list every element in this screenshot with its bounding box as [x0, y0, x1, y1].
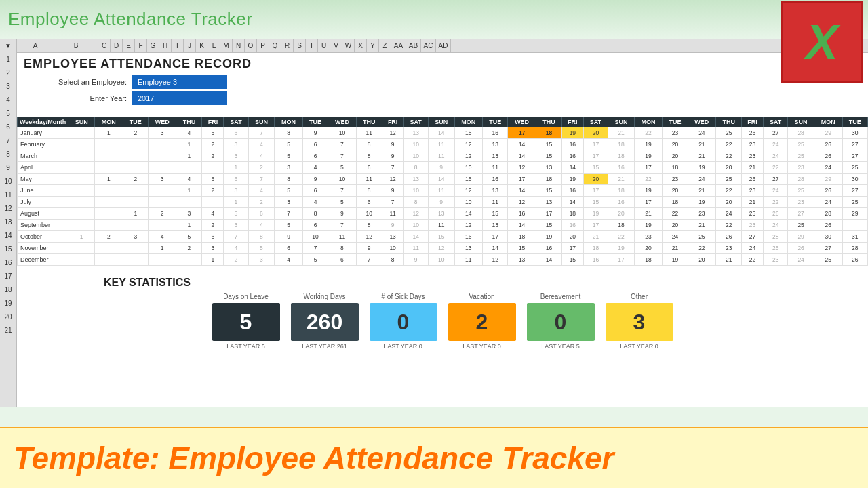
jan-d6: 5	[202, 127, 224, 139]
row-5: 5	[0, 107, 16, 121]
jan-d27: 26	[742, 127, 764, 139]
weekday-month-header: Weekday/Month	[18, 117, 68, 127]
col-ac: AC	[421, 39, 436, 52]
col-m: M	[220, 39, 233, 52]
column-headers: ▼ A B C D E F G H I J K L M N O P Q R S …	[0, 39, 868, 53]
col-p: P	[257, 39, 269, 52]
row-12: 12	[0, 202, 16, 216]
calendar-container: Weekday/Month SUN MON TUE WED THU FRI SA…	[17, 117, 868, 266]
jan-d1	[68, 127, 95, 139]
bottom-banner: Template: Employee Attendance Tracker	[0, 427, 868, 488]
working-days-last-year: LAST YEAR 261	[302, 343, 347, 350]
jan-d24: 23	[663, 127, 688, 139]
jan-d10: 9	[302, 127, 328, 139]
wh-wed1: WED	[148, 117, 176, 127]
calendar-header-row: Weekday/Month SUN MON TUE WED THU FRI SA…	[18, 117, 868, 127]
stat-days-on-leave: Days on Leave 5 LAST YEAR 5	[212, 293, 280, 350]
jan-d18: 17	[508, 127, 536, 139]
col-d: D	[111, 39, 123, 52]
july-row: July 1 2 3 4 5 6	[18, 197, 868, 208]
jan-d21: 20	[583, 127, 608, 139]
col-b: B	[54, 39, 98, 52]
stat-working-days: Working Days 260 LAST YEAR 261	[291, 293, 359, 350]
row-numbers: 1 2 3 4 5 6 7 8 9 10 11 12 13 14 15 16 1…	[0, 53, 17, 407]
select-employee-row: Select an Employee: Employee 3	[17, 75, 868, 89]
row-17: 17	[0, 270, 16, 283]
wh-sun2: SUN	[248, 117, 275, 127]
other-value: 3	[606, 303, 673, 341]
col-f: F	[135, 39, 147, 52]
june-row: June 1 2 3 4 5 6 7 8	[18, 185, 868, 197]
wh-fri2: FRI	[382, 117, 403, 127]
other-label: Other	[631, 293, 648, 300]
wh-thu4: THU	[716, 117, 742, 127]
jan-d11: 10	[328, 127, 357, 139]
wh-fri4: FRI	[742, 117, 764, 127]
row-18: 18	[0, 283, 16, 297]
employee-select-input[interactable]: Employee 3	[132, 75, 227, 89]
september-row: September 1 2 3 4 5 6 7 8	[18, 220, 868, 231]
wh-tue5: TUE	[842, 117, 867, 127]
jan-d15: 14	[428, 127, 454, 139]
col-w: W	[342, 39, 355, 52]
corner-cell: ▼	[0, 39, 17, 53]
jan-d20: 19	[561, 127, 583, 139]
row-13: 13	[0, 216, 16, 229]
jan-d16: 15	[454, 127, 483, 139]
row-2: 2	[0, 66, 16, 80]
jan-d22: 21	[608, 127, 635, 139]
title-row: EMPLOYEE ATTENDANCE RECORD	[17, 53, 868, 75]
year-input[interactable]: 2017	[132, 92, 227, 105]
vacation-label: Vacation	[469, 293, 494, 300]
jan-d19: 18	[536, 127, 561, 139]
row-14: 14	[0, 229, 16, 243]
stat-vacation: Vacation 2 LAST YEAR 0	[448, 293, 516, 350]
bereavement-value: 0	[527, 303, 595, 341]
wh-fri3: FRI	[561, 117, 583, 127]
wh-sat2: SAT	[403, 117, 428, 127]
col-t: T	[306, 39, 318, 52]
jan-d7: 6	[224, 127, 248, 139]
row-9: 9	[0, 161, 16, 175]
col-l: L	[208, 39, 220, 52]
enter-year-row: Enter Year: 2017	[17, 91, 868, 106]
col-o: O	[245, 39, 257, 52]
rows-area: 1 2 3 4 5 6 7 8 9 10 11 12 13 14 15 16 1…	[0, 53, 868, 407]
bereavement-label: Bereavement	[540, 293, 580, 300]
col-aa: AA	[391, 39, 406, 52]
wh-sat1: SAT	[224, 117, 248, 127]
row-6: 6	[0, 121, 16, 134]
row-3: 3	[0, 80, 16, 94]
row-19: 19	[0, 297, 16, 310]
jan-d9: 8	[275, 127, 303, 139]
row-4: 4	[0, 94, 16, 107]
wh-tue2: TUE	[302, 117, 328, 127]
october-row: October 1 2 3 4 5 6 7 8 9 10 11	[18, 231, 868, 243]
jan-d2: 1	[95, 127, 123, 139]
wh-sun5: SUN	[788, 117, 814, 127]
jan-d14: 13	[403, 127, 428, 139]
wh-thu3: THU	[536, 117, 561, 127]
january-row: January 1 2 3 4 5 6 7 8 9 10 11	[18, 127, 868, 139]
row-20: 20	[0, 310, 16, 324]
key-stats-title: KEY STATISTICS	[22, 277, 863, 289]
row-16: 16	[0, 256, 16, 270]
calendar-body: January 1 2 3 4 5 6 7 8 9 10 11	[18, 127, 868, 266]
wh-wed3: WED	[508, 117, 536, 127]
row-7: 7	[0, 134, 16, 148]
stat-other: Other 3 LAST YEAR 0	[606, 293, 673, 350]
col-a: A	[17, 39, 54, 52]
wh-mon3: MON	[454, 117, 483, 127]
col-y: Y	[367, 39, 379, 52]
february-row: February 1 2 3 4 5 6 7 8	[18, 139, 868, 150]
jan-d12: 11	[356, 127, 382, 139]
excel-logo: X	[781, 1, 863, 83]
col-ab: AB	[406, 39, 421, 52]
wh-tue4: TUE	[663, 117, 688, 127]
sick-days-value: 0	[370, 303, 437, 341]
col-r: R	[281, 39, 294, 52]
key-statistics-section: KEY STATISTICS Days on Leave 5 LAST YEAR…	[17, 270, 868, 352]
jan-d29: 28	[788, 127, 814, 139]
wh-sun1: SUN	[68, 117, 95, 127]
wh-fri1: FRI	[202, 117, 224, 127]
